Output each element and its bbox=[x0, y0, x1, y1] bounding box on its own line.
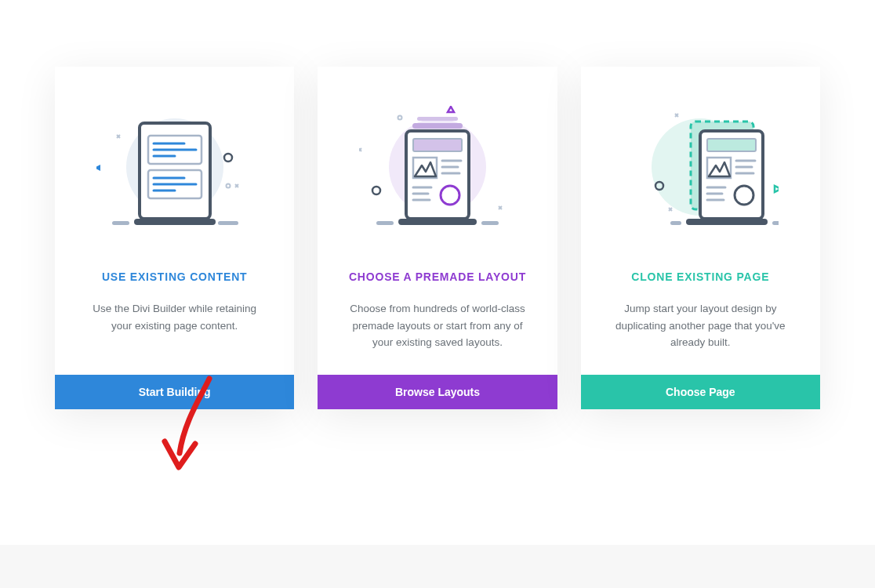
card-choose-premade-layout: CHOOSE A PREMADE LAYOUT Choose from hund… bbox=[318, 67, 557, 409]
svg-rect-32 bbox=[398, 219, 477, 225]
clone-page-icon bbox=[622, 106, 779, 231]
choose-page-button[interactable]: Choose Page bbox=[581, 375, 820, 409]
layout-templates-icon bbox=[359, 106, 516, 231]
card-title: USE EXISTING CONTENT bbox=[102, 270, 248, 283]
svg-rect-14 bbox=[134, 219, 216, 225]
svg-rect-18 bbox=[417, 117, 458, 121]
document-lines-icon bbox=[96, 106, 253, 231]
card-description: Choose from hundreds of world-class prem… bbox=[341, 300, 533, 351]
svg-rect-21 bbox=[413, 139, 462, 151]
footer-strip bbox=[0, 545, 875, 588]
svg-rect-48 bbox=[686, 219, 768, 225]
card-body: USE EXISTING CONTENT Use the Divi Builde… bbox=[55, 67, 294, 375]
option-cards-container: USE EXISTING CONTENT Use the Divi Builde… bbox=[0, 0, 875, 433]
svg-point-2 bbox=[224, 154, 232, 162]
svg-rect-37 bbox=[707, 139, 756, 151]
card-description: Jump start your layout design by duplica… bbox=[605, 300, 797, 351]
svg-rect-31 bbox=[481, 221, 499, 225]
svg-rect-13 bbox=[218, 221, 238, 225]
svg-rect-30 bbox=[376, 221, 394, 225]
svg-rect-19 bbox=[412, 123, 463, 129]
svg-point-1 bbox=[226, 184, 230, 188]
browse-layouts-button[interactable]: Browse Layouts bbox=[318, 375, 557, 409]
card-body: CLONE EXISTING PAGE Jump start your layo… bbox=[581, 67, 820, 375]
svg-rect-47 bbox=[772, 221, 779, 225]
card-clone-existing-page: CLONE EXISTING PAGE Jump start your layo… bbox=[581, 67, 820, 409]
svg-rect-12 bbox=[112, 221, 129, 225]
svg-point-17 bbox=[398, 116, 401, 120]
card-use-existing-content: USE EXISTING CONTENT Use the Divi Builde… bbox=[55, 67, 294, 409]
card-body: CHOOSE A PREMADE LAYOUT Choose from hund… bbox=[318, 67, 557, 375]
card-title: CLONE EXISTING PAGE bbox=[631, 270, 769, 283]
card-title: CHOOSE A PREMADE LAYOUT bbox=[349, 270, 526, 283]
card-description: Use the Divi Builder while retaining you… bbox=[78, 300, 270, 334]
svg-point-16 bbox=[372, 187, 380, 194]
start-building-button[interactable]: Start Building bbox=[55, 375, 294, 409]
svg-rect-46 bbox=[670, 221, 681, 225]
